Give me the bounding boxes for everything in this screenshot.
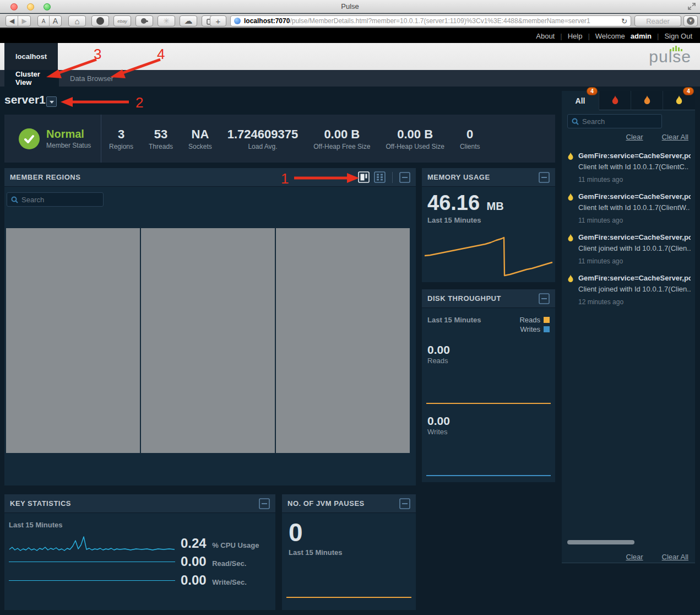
tab-all-notifications[interactable]: All 4	[562, 91, 599, 110]
username: admin	[631, 32, 652, 40]
downloads-button[interactable]: ▼	[683, 15, 698, 26]
logo-band: localhost pulse	[0, 43, 700, 70]
asterisk-icon: ✳	[163, 17, 170, 25]
collapse-panel-button[interactable]	[539, 172, 550, 183]
notification-item[interactable]: GemFire:service=CacheServer,port=404 Cli…	[567, 274, 691, 306]
metric-sockets: NASockets	[181, 127, 220, 150]
ebay-icon: ebay	[117, 19, 127, 24]
flame-red-icon	[611, 95, 619, 105]
browser-toolbar: ◀ ▶ A A ⌂ ebay ✳ ☁ + localhost:7070	[0, 14, 700, 29]
metric-offheap-used: 0.00 BOff-Heap Used Size	[378, 127, 452, 150]
flame-yellow-icon	[567, 152, 574, 161]
collapse-panel-button[interactable]	[259, 498, 270, 509]
annotation-number-1: 1	[281, 170, 289, 187]
write-sec-label: Write/Sec.	[212, 578, 247, 586]
home-icon: ⌂	[74, 17, 79, 26]
clear-all-link[interactable]: Clear All	[662, 133, 688, 141]
clear-all-link[interactable]: Clear All	[662, 553, 688, 561]
about-link[interactable]: About	[536, 32, 555, 40]
writes-legend-swatch	[544, 326, 550, 332]
app-topbar: About | Help | Welcome admin | Sign Out	[0, 29, 700, 43]
collapse-panel-button[interactable]	[539, 293, 550, 304]
small-a-icon: A	[42, 18, 46, 24]
flame-yellow-icon	[675, 95, 683, 105]
metric-offheap-free: 0.00 BOff-Heap Free Size	[306, 127, 378, 150]
disk-reads-label: Reads	[427, 357, 450, 365]
signout-link[interactable]: Sign Out	[664, 32, 692, 40]
grid-view-button[interactable]	[374, 171, 386, 183]
key-stats-period: Last 15 Minutes	[4, 513, 275, 529]
ebay-extension-button[interactable]: ebay	[113, 15, 131, 26]
memory-usage-panel: MEMORY USAGE 46.16 MB Last 15 Minutes	[422, 168, 555, 282]
nav-tabbar: Cluster View Data Browser	[0, 70, 700, 87]
clear-link[interactable]: Clear	[626, 553, 643, 561]
reader-label: Reader	[646, 17, 670, 25]
new-tab-button[interactable]: +	[210, 15, 226, 26]
status-state: Normal	[46, 128, 91, 141]
url-host: localhost:7070	[244, 17, 290, 25]
pulse-logo-bars	[670, 46, 682, 51]
region-block[interactable]	[6, 228, 140, 453]
icloud-button[interactable]: ☁	[180, 15, 197, 26]
disk-period: Last 15 Minutes	[427, 316, 519, 324]
memory-period: Last 15 Minutes	[427, 216, 550, 224]
flame-orange-icon	[643, 95, 651, 105]
read-sec-label: Read/Sec.	[212, 559, 246, 568]
disk-writes-label: Writes	[427, 428, 450, 436]
flame-yellow-icon	[567, 193, 574, 202]
notifications-search[interactable]	[567, 114, 662, 128]
separator: |	[588, 32, 589, 40]
memory-value: 46.16	[427, 191, 480, 214]
horizontal-scrollbar[interactable]	[567, 540, 634, 544]
reload-icon[interactable]: ↻	[621, 17, 627, 25]
larger-text-button[interactable]: A	[50, 16, 61, 26]
key-statistics-panel: KEY STATISTICS Last 15 Minutes 0.24 % CP…	[4, 494, 275, 610]
notification-time: 11 minutes ago	[578, 176, 691, 184]
notification-time: 12 minutes ago	[578, 298, 691, 306]
back-button[interactable]: ◀	[6, 16, 18, 26]
notification-item[interactable]: GemFire:service=CacheServer,port=404 Cli…	[567, 152, 691, 184]
notification-item[interactable]: GemFire:service=CacheServer,port=404 Cli…	[567, 192, 691, 224]
region-block[interactable]	[276, 228, 410, 453]
region-block[interactable]	[141, 228, 275, 453]
tab-severe-notifications[interactable]	[599, 91, 631, 110]
memory-unit: MB	[487, 200, 504, 212]
jvm-pauses-period: Last 15 Minutes	[289, 548, 409, 557]
reader-button[interactable]: Reader	[634, 15, 681, 26]
jvm-flatline	[286, 597, 411, 598]
notification-message: Client joined with Id 10.0.1.7(Clien..	[578, 244, 691, 252]
annotation-arrow-1	[293, 172, 360, 184]
disabled-extension-button[interactable]: ✳	[158, 15, 175, 26]
notifications-search-input[interactable]	[582, 117, 658, 126]
cpu-sparkline	[9, 534, 175, 556]
write-sec-value: 0.00	[181, 573, 207, 587]
bookmark-extension-button[interactable]	[91, 15, 109, 26]
flame-yellow-icon	[567, 274, 574, 283]
smaller-text-button[interactable]: A	[38, 16, 50, 26]
round-extension-icon	[96, 17, 104, 25]
download-icon: ▼	[687, 17, 694, 25]
forward-button[interactable]: ▶	[18, 16, 30, 26]
notification-item[interactable]: GemFire:service=CacheServer,port=404 Cli…	[567, 233, 691, 265]
jvm-pauses-title: NO. OF JVM PAUSES	[287, 499, 399, 508]
regions-search[interactable]	[7, 192, 104, 207]
collapse-panel-button[interactable]	[399, 172, 410, 183]
collapse-panel-button[interactable]	[399, 498, 410, 509]
large-a-icon: A	[53, 17, 58, 25]
member-dropdown-button[interactable]	[46, 96, 57, 107]
home-button[interactable]: ⌂	[68, 15, 86, 26]
notification-message: Client left with Id 10.0.1.7(ClientC..	[578, 163, 691, 171]
search-icon	[11, 196, 18, 203]
regions-search-input[interactable]	[21, 196, 99, 204]
cloud-icon: ☁	[185, 16, 193, 26]
help-link[interactable]: Help	[568, 32, 583, 40]
tab-error-notifications[interactable]	[631, 91, 663, 110]
evernote-icon	[140, 17, 149, 25]
tab-warning-notifications[interactable]: 4	[663, 91, 695, 110]
fullscreen-icon[interactable]	[688, 2, 696, 10]
clear-links-top: Clear Clear All	[626, 133, 689, 141]
url-field[interactable]: localhost:7070 /pulse/MemberDetails.html…	[230, 15, 631, 26]
notification-time: 11 minutes ago	[578, 217, 691, 224]
clear-link[interactable]: Clear	[626, 133, 643, 141]
evernote-extension-button[interactable]	[135, 15, 153, 26]
